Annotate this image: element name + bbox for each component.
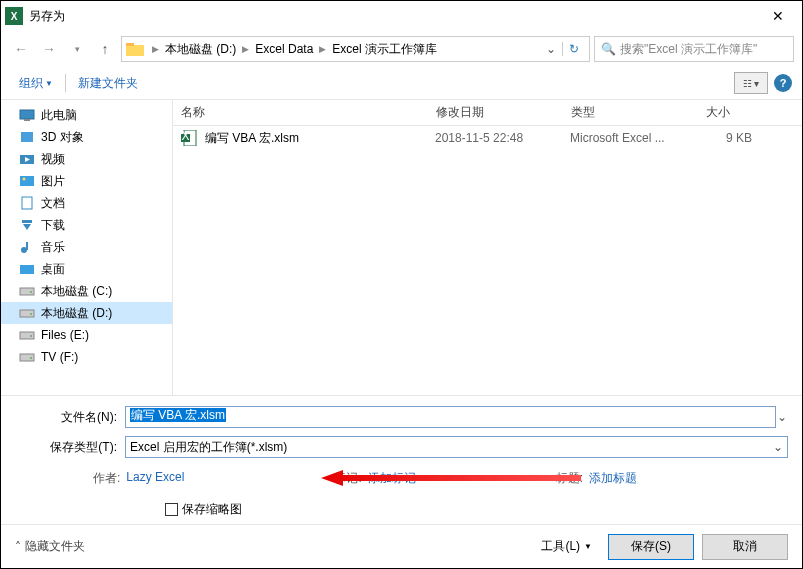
column-header-row: 名称 修改日期 类型 大小 xyxy=(173,100,802,126)
cancel-button[interactable]: 取消 xyxy=(702,534,788,560)
chevron-down-icon: ⌄ xyxy=(773,440,783,454)
3d-icon xyxy=(19,130,35,144)
video-icon xyxy=(19,152,35,166)
sidebar-item[interactable]: 音乐 xyxy=(1,236,172,258)
organize-button[interactable]: 组织▼ xyxy=(11,71,61,96)
search-placeholder: 搜索"Excel 演示工作簿库" xyxy=(620,41,757,58)
down-icon xyxy=(19,218,35,232)
sidebar-item[interactable]: 图片 xyxy=(1,170,172,192)
tools-button[interactable]: 工具(L)▼ xyxy=(533,538,600,555)
sidebar-item[interactable]: 此电脑 xyxy=(1,104,172,126)
column-date[interactable]: 修改日期 xyxy=(436,104,571,121)
filename-label: 文件名(N): xyxy=(15,409,125,426)
sidebar-item[interactable]: Files (E:) xyxy=(1,324,172,346)
file-row[interactable]: X编写 VBA 宏.xlsm2018-11-5 22:48Microsoft E… xyxy=(173,126,802,150)
sidebar-item[interactable]: 下载 xyxy=(1,214,172,236)
sidebar-item-label: 本地磁盘 (D:) xyxy=(41,305,112,322)
sidebar-item[interactable]: 本地磁盘 (D:) xyxy=(1,302,172,324)
close-button[interactable]: ✕ xyxy=(758,8,798,24)
title-meta-label: 标题: xyxy=(556,470,583,487)
hide-folders-toggle[interactable]: ˄隐藏文件夹 xyxy=(15,538,85,555)
music-icon xyxy=(19,240,35,254)
svg-rect-14 xyxy=(20,265,34,274)
svg-text:X: X xyxy=(181,130,189,143)
dialog-footer: ˄隐藏文件夹 工具(L)▼ 保存(S) 取消 xyxy=(1,524,802,568)
sidebar-item[interactable]: 视频 xyxy=(1,148,172,170)
file-name: 编写 VBA 宏.xlsm xyxy=(205,130,435,147)
svg-rect-2 xyxy=(20,110,34,119)
xlsm-file-icon: X xyxy=(181,130,199,146)
separator xyxy=(65,74,66,92)
nav-forward-button[interactable]: → xyxy=(37,37,61,61)
svg-point-18 xyxy=(30,313,32,315)
filetype-select[interactable]: Excel 启用宏的工作簿(*.xlsm) ⌄ xyxy=(125,436,788,458)
svg-rect-9 xyxy=(22,197,32,209)
address-bar[interactable]: ▶ 本地磁盘 (D:) ▶ Excel Data ▶ Excel 演示工作簿库 … xyxy=(121,36,590,62)
sidebar-item[interactable]: 本地磁盘 (C:) xyxy=(1,280,172,302)
window-title: 另存为 xyxy=(29,8,758,25)
svg-point-20 xyxy=(30,335,32,337)
file-type: Microsoft Excel ... xyxy=(570,131,705,145)
nav-up-button[interactable]: ↑ xyxy=(93,37,117,61)
folder-icon xyxy=(126,42,144,56)
excel-app-icon: X xyxy=(5,7,23,25)
nav-recent-button[interactable]: ▾ xyxy=(65,37,89,61)
svg-point-8 xyxy=(23,178,26,181)
save-thumbnail-checkbox[interactable] xyxy=(165,503,178,516)
help-button[interactable]: ? xyxy=(774,74,792,92)
sidebar-item-label: 3D 对象 xyxy=(41,129,84,146)
sidebar-item[interactable]: 桌面 xyxy=(1,258,172,280)
nav-toolbar: ← → ▾ ↑ ▶ 本地磁盘 (D:) ▶ Excel Data ▶ Excel… xyxy=(1,31,802,67)
svg-rect-1 xyxy=(126,43,134,46)
view-options-button[interactable]: ☷ ▾ xyxy=(734,72,768,94)
sidebar-item[interactable]: 文档 xyxy=(1,192,172,214)
file-date: 2018-11-5 22:48 xyxy=(435,131,570,145)
breadcrumb-item[interactable]: 本地磁盘 (D:) xyxy=(161,41,240,58)
svg-rect-0 xyxy=(126,45,144,56)
column-name[interactable]: 名称 xyxy=(181,104,436,121)
titlebar: X 另存为 ✕ xyxy=(1,1,802,31)
sidebar-item-label: 本地磁盘 (C:) xyxy=(41,283,112,300)
breadcrumb-item[interactable]: Excel Data xyxy=(251,42,317,56)
chevron-right-icon: ▶ xyxy=(150,44,161,54)
author-label: 作者: xyxy=(93,470,120,487)
chevron-right-icon: ▶ xyxy=(240,44,251,54)
filename-input[interactable]: 编写 VBA 宏.xlsm xyxy=(125,406,776,428)
tag-label: 标记: xyxy=(334,470,361,487)
sidebar-item[interactable]: 3D 对象 xyxy=(1,126,172,148)
svg-rect-15 xyxy=(20,288,34,295)
svg-rect-17 xyxy=(20,310,34,317)
save-options-panel: 文件名(N): 编写 VBA 宏.xlsm ⌄ 保存类型(T): Excel 启… xyxy=(1,395,802,524)
refresh-button[interactable]: ↻ xyxy=(562,42,585,56)
save-thumbnail-label: 保存缩略图 xyxy=(182,501,242,518)
sidebar-item-label: 文档 xyxy=(41,195,65,212)
new-folder-button[interactable]: 新建文件夹 xyxy=(70,71,146,96)
save-button[interactable]: 保存(S) xyxy=(608,534,694,560)
sidebar-item[interactable]: TV (F:) xyxy=(1,346,172,368)
drive-icon xyxy=(19,284,35,298)
chevron-right-icon: ▶ xyxy=(317,44,328,54)
title-meta-value[interactable]: 添加标题 xyxy=(589,470,637,487)
tag-value[interactable]: 添加标记 xyxy=(368,470,416,487)
sidebar-item-label: Files (E:) xyxy=(41,328,89,342)
svg-marker-11 xyxy=(23,224,31,230)
column-type[interactable]: 类型 xyxy=(571,104,706,121)
sidebar-item-label: 音乐 xyxy=(41,239,65,256)
search-input[interactable]: 🔍 搜索"Excel 演示工作簿库" xyxy=(594,36,794,62)
pc-icon xyxy=(19,108,35,122)
author-value[interactable]: Lazy Excel xyxy=(126,470,184,487)
breadcrumb-item[interactable]: Excel 演示工作簿库 xyxy=(328,41,441,58)
file-size: 9 KB xyxy=(705,131,802,145)
drive-icon xyxy=(19,328,35,342)
sidebar-item-label: 视频 xyxy=(41,151,65,168)
svg-point-16 xyxy=(30,291,32,293)
desk-icon xyxy=(19,262,35,276)
sidebar-item-label: 下载 xyxy=(41,217,65,234)
navigation-pane: 此电脑3D 对象视频图片文档下载音乐桌面本地磁盘 (C:)本地磁盘 (D:)Fi… xyxy=(1,100,173,395)
nav-back-button[interactable]: ← xyxy=(9,37,33,61)
filetype-label: 保存类型(T): xyxy=(15,439,125,456)
filename-dropdown-button[interactable]: ⌄ xyxy=(776,410,788,424)
address-dropdown-button[interactable]: ⌄ xyxy=(540,42,562,56)
drive-icon xyxy=(19,306,35,320)
column-size[interactable]: 大小 xyxy=(706,104,802,121)
